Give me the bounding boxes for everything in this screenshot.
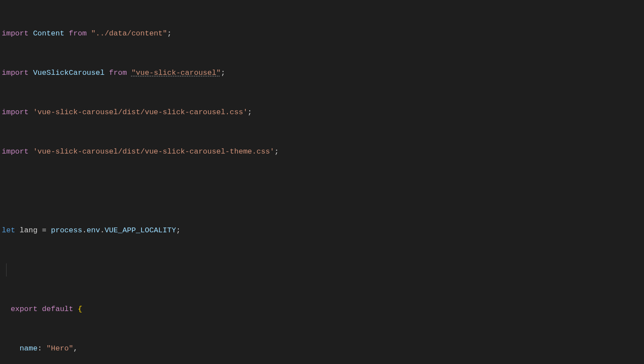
keyword-from: from [69, 29, 87, 38]
string-literal: "../data/content" [91, 29, 167, 38]
identifier: process [51, 226, 82, 234]
semicolon: ; [167, 29, 172, 38]
colon: : [38, 344, 46, 353]
code-line[interactable]: import 'vue-slick-carousel/dist/vue-slic… [2, 145, 642, 158]
keyword-import: import [2, 147, 28, 156]
identifier: VUE_APP_LOCALITY [105, 226, 176, 234]
code-line[interactable]: let lang = process.env.VUE_APP_LOCALITY; [2, 224, 642, 237]
comma: , [73, 344, 78, 353]
semicolon: ; [176, 226, 180, 234]
code-line[interactable]: name: "Hero", [2, 342, 642, 355]
code-line[interactable]: export default { [2, 303, 642, 316]
keyword-export: export [11, 305, 37, 313]
identifier: env [87, 226, 100, 234]
code-line[interactable]: import VueSlickCarousel from "vue-slick-… [2, 66, 642, 80]
identifier: lang [20, 226, 38, 234]
identifier: Content [33, 29, 64, 38]
code-line-empty[interactable] [2, 263, 642, 276]
string-literal: 'vue-slick-carousel/dist/vue-slick-carou… [33, 147, 274, 156]
dot: . [82, 226, 87, 234]
code-editor[interactable]: import Content from "../data/content"; i… [2, 1, 642, 364]
string-literal: "vue-slick-carousel" [131, 69, 221, 77]
semicolon: ; [221, 69, 225, 77]
operator: = [38, 226, 51, 234]
string-literal: "Hero" [46, 344, 73, 353]
keyword-import: import [2, 69, 28, 77]
code-line-empty[interactable] [2, 185, 642, 198]
semicolon: ; [274, 147, 279, 156]
keyword-import: import [2, 108, 28, 116]
keyword-let: let [2, 226, 15, 234]
code-line[interactable]: import 'vue-slick-carousel/dist/vue-slic… [2, 106, 642, 119]
keyword-default: default [42, 305, 73, 313]
keyword-import: import [2, 29, 28, 38]
code-line[interactable]: import Content from "../data/content"; [2, 27, 642, 40]
string-literal: 'vue-slick-carousel/dist/vue-slick-carou… [33, 108, 248, 116]
property-key: name [20, 344, 38, 353]
brace-open: { [78, 305, 82, 313]
dot: . [100, 226, 104, 234]
keyword-from: from [109, 69, 127, 77]
identifier: VueSlickCarousel [33, 69, 104, 77]
semicolon: ; [248, 108, 252, 116]
